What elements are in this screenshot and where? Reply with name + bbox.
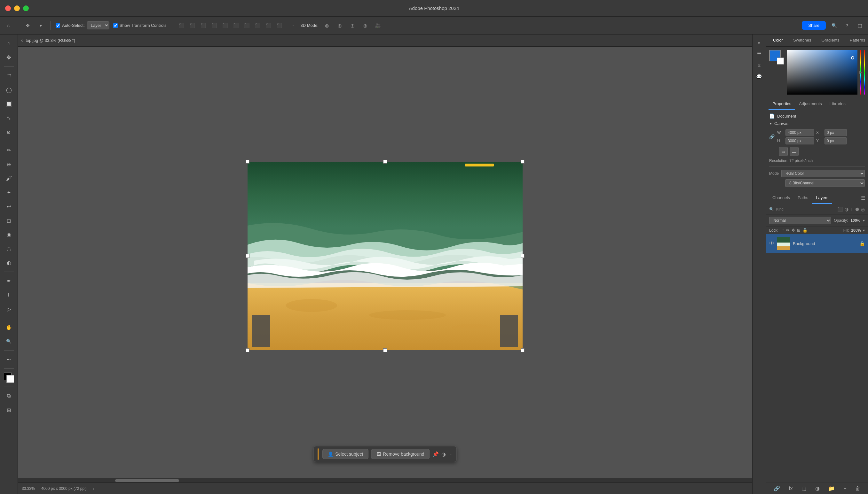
y-input[interactable] — [825, 137, 847, 145]
zoom-tool[interactable]: 🔍 — [3, 335, 15, 348]
lock-transparent-icon[interactable]: ⬚ — [780, 228, 784, 233]
dodge-tool[interactable]: ◐ — [3, 256, 15, 269]
search-icon[interactable]: 🔍 — [830, 21, 838, 30]
lock-all-icon[interactable]: 🔒 — [802, 228, 808, 233]
h-scrollbar[interactable] — [18, 478, 752, 482]
channels-tab[interactable]: Channels — [768, 192, 794, 204]
move-tool[interactable]: ⌂ — [3, 37, 15, 50]
width-input[interactable] — [785, 129, 814, 136]
x-input[interactable] — [825, 129, 847, 136]
filter-pixel-icon[interactable]: ⬛ — [837, 207, 843, 212]
move-tool-icon[interactable]: ✥ — [23, 21, 32, 30]
chat-icon[interactable]: 💬 — [754, 72, 764, 82]
background-color[interactable] — [6, 375, 14, 383]
move-tool-dropdown[interactable]: ▾ — [36, 21, 45, 30]
more-tools[interactable]: ••• — [3, 353, 15, 366]
landscape-btn[interactable]: ▬ — [790, 147, 799, 156]
3d-mode-2-icon[interactable]: ◎ — [335, 21, 344, 30]
layers-kind-input[interactable] — [776, 207, 835, 211]
maximize-dot[interactable] — [23, 5, 29, 11]
align-left-icon[interactable]: ⬛ — [177, 21, 186, 30]
marquee-tool[interactable]: ⬚ — [3, 69, 15, 82]
tab-close-button[interactable]: × — [20, 38, 23, 43]
align-right-icon[interactable]: ⬛ — [199, 21, 208, 30]
heal-tool[interactable]: ⊕ — [3, 158, 15, 171]
swatches-tab[interactable]: Swatches — [789, 35, 816, 46]
h-scrollbar-thumb[interactable] — [115, 479, 179, 482]
home-icon[interactable]: ⌂ — [4, 21, 13, 30]
transform-controls-checkbox[interactable] — [113, 23, 118, 28]
libraries-tab[interactable]: Libraries — [826, 98, 849, 110]
close-dot[interactable] — [5, 5, 11, 11]
help-icon[interactable]: ? — [843, 21, 851, 30]
layer-select[interactable]: Layer — [87, 21, 109, 30]
paths-tab[interactable]: Paths — [794, 192, 812, 204]
fx-icon[interactable]: fx — [789, 486, 793, 491]
lasso-tool[interactable]: ◯ — [3, 83, 15, 96]
filter-text-icon[interactable]: T — [850, 207, 853, 212]
window-controls[interactable] — [5, 5, 29, 11]
fill-expand-icon[interactable]: ▾ — [863, 228, 865, 233]
float-more-icon[interactable]: ··· — [448, 451, 453, 457]
3d-camera-icon[interactable]: 🎥 — [374, 21, 382, 30]
layers-tab[interactable]: Layers — [812, 192, 832, 204]
collapse-panel-icon[interactable]: « — [754, 37, 764, 47]
color-tab[interactable]: Color — [768, 35, 788, 46]
quick-mask-icon[interactable]: ⧉ — [3, 390, 15, 402]
delete-layer-icon[interactable]: 🗑 — [855, 486, 860, 491]
text-tool[interactable]: T — [3, 288, 15, 301]
history-brush-tool[interactable]: ↩ — [3, 200, 15, 213]
lock-pixels-icon[interactable]: ✏ — [786, 228, 790, 233]
brush-tool[interactable]: 🖌 — [3, 172, 15, 185]
lock-artboard-icon[interactable]: ⊞ — [797, 228, 800, 233]
layer-visibility-icon[interactable]: 👁 — [769, 241, 774, 246]
mask-icon[interactable]: ◑ — [441, 451, 446, 457]
pen-tool[interactable]: ✒ — [3, 274, 15, 287]
link-layers-icon[interactable]: 🔗 — [774, 486, 780, 491]
panel-options-icon[interactable]: ☰ — [754, 49, 764, 59]
handle-br[interactable] — [521, 348, 525, 352]
screen-mode-icon[interactable]: ⊞ — [3, 403, 15, 416]
handle-bm[interactable] — [383, 348, 387, 352]
3d-mode-4-icon[interactable]: ◎ — [361, 21, 370, 30]
frame-tool[interactable]: ⊠ — [3, 126, 15, 138]
artboard-tool[interactable]: ✥ — [3, 51, 15, 64]
filter-shape-icon[interactable]: ⬟ — [855, 207, 859, 212]
handle-tm[interactable] — [383, 160, 387, 164]
canvas-section-header[interactable]: ▼ Canvas — [769, 121, 865, 126]
more-toolbar-icon[interactable]: ··· — [288, 21, 297, 30]
hand-tool[interactable]: ✋ — [3, 321, 15, 334]
handle-mr[interactable] — [521, 254, 525, 258]
mode-select[interactable]: RGB Color — [781, 170, 865, 177]
distribute-left-icon[interactable]: ⬛ — [242, 21, 251, 30]
history-icon[interactable]: ⧖ — [754, 60, 764, 70]
align-top-icon[interactable]: ⬛ — [210, 21, 219, 30]
select-subject-button[interactable]: 👤 Select subject — [322, 449, 368, 459]
lock-position-icon[interactable]: ✥ — [792, 228, 795, 233]
crop-tool[interactable]: ⤡ — [3, 112, 15, 124]
opacity-expand-icon[interactable]: ▾ — [863, 218, 865, 223]
new-layer-icon[interactable]: + — [843, 486, 846, 491]
portrait-btn[interactable]: ▭ — [779, 147, 788, 156]
align-bottom-icon[interactable]: ⬛ — [232, 21, 240, 30]
height-input[interactable] — [785, 137, 814, 145]
handle-ml[interactable] — [246, 254, 250, 258]
gradient-tool[interactable]: ◉ — [3, 228, 15, 241]
3d-mode-1-icon[interactable]: ◎ — [322, 21, 331, 30]
canvas-workspace[interactable]: 👤 Select subject 🖼 Remove background 📌 ◑… — [18, 47, 752, 478]
blur-tool[interactable]: ◌ — [3, 242, 15, 255]
shape-tool[interactable]: ▷ — [3, 303, 15, 316]
pin-icon[interactable]: 📌 — [432, 451, 439, 457]
gradients-tab[interactable]: Gradients — [817, 35, 844, 46]
layers-more-icon[interactable]: ☰ — [861, 192, 865, 204]
share-button[interactable]: Share — [802, 21, 826, 30]
distribute-right-icon[interactable]: ⬛ — [264, 21, 273, 30]
filter-adjust-icon[interactable]: ◑ — [845, 207, 849, 212]
properties-tab[interactable]: Properties — [768, 98, 795, 110]
adjustment-icon[interactable]: ◑ — [815, 486, 820, 491]
align-middle-icon[interactable]: ⬛ — [221, 21, 230, 30]
group-icon[interactable]: 📁 — [828, 486, 835, 491]
stamp-tool[interactable]: ✦ — [3, 186, 15, 199]
distribute-more-icon[interactable]: ⬛ — [275, 21, 284, 30]
mask-icon-bottom[interactable]: ⬚ — [801, 486, 806, 491]
